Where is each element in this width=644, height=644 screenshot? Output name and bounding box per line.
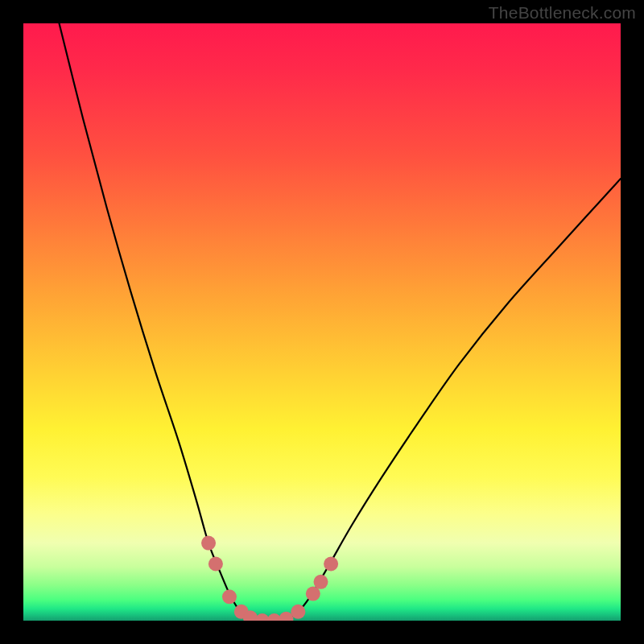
chart-frame: TheBottleneck.com: [0, 0, 644, 644]
marker-dot: [222, 589, 237, 604]
chart-plot-area: [23, 23, 621, 621]
curve-left: [60, 23, 250, 619]
watermark-text: TheBottleneck.com: [489, 3, 636, 23]
chart-svg: [23, 23, 621, 621]
marker-dot: [314, 575, 328, 589]
marker-dot: [201, 536, 216, 551]
marker-dot: [291, 605, 305, 619]
marker-dot: [306, 587, 320, 601]
marker-dot: [208, 557, 223, 572]
curve-right: [286, 179, 621, 619]
marker-dot: [324, 557, 338, 572]
